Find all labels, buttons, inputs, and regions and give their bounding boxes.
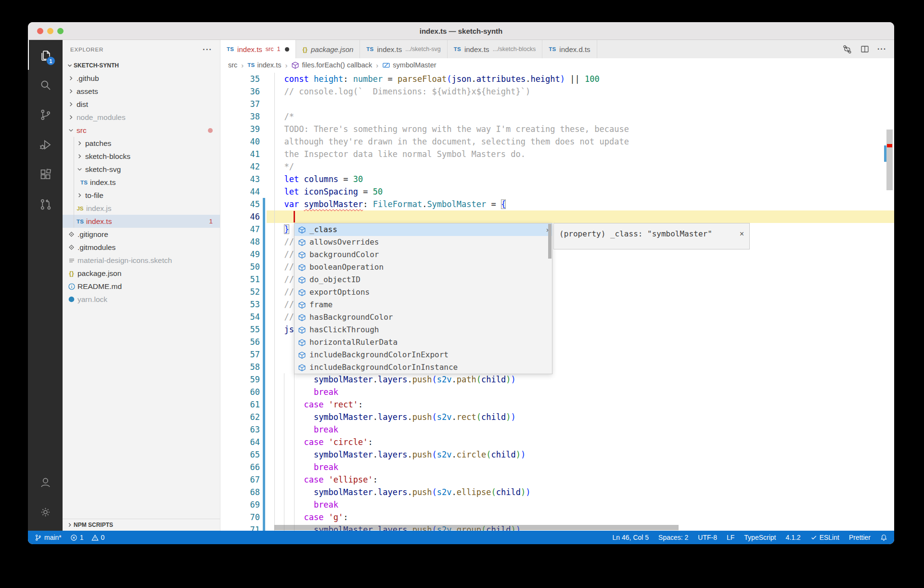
activity-item-extensions[interactable]: [28, 159, 63, 189]
minimize-button[interactable]: [47, 28, 53, 34]
suggestion-_class[interactable]: _class›: [295, 223, 552, 236]
code-line-63[interactable]: 63 break: [220, 423, 894, 436]
code-line-38[interactable]: 38 /*: [220, 110, 894, 123]
code-line-67[interactable]: 67 case 'ellipse':: [220, 473, 894, 486]
suggestion-includeBackgroundColorInExport[interactable]: includeBackgroundColorInExport: [295, 349, 552, 361]
code-line-59[interactable]: 59 symbolMaster.layers.push(s2v.path(chi…: [220, 373, 894, 386]
code-line-62[interactable]: 62 symbolMaster.layers.push(s2v.rect(chi…: [220, 411, 894, 423]
tree-folder-assets[interactable]: assets: [63, 85, 220, 98]
more-actions-button[interactable]: ···: [877, 45, 886, 53]
line-number: 66: [220, 461, 260, 473]
status-prettier[interactable]: Prettier: [849, 534, 871, 541]
suggestion-backgroundColor[interactable]: backgroundColor: [295, 248, 552, 261]
code-line-45[interactable]: 45 var symbolMaster: FileFormat.SymbolMa…: [220, 198, 894, 210]
tree-folder-to-file[interactable]: to-file: [63, 189, 220, 202]
tree-folder-.github[interactable]: .github: [63, 72, 220, 85]
close-button[interactable]: [37, 28, 43, 34]
tree-file-.gitignore[interactable]: .gitignore: [63, 228, 220, 241]
status-notifications[interactable]: [880, 534, 887, 541]
more-actions-icon[interactable]: ···: [203, 45, 212, 54]
code-line-40[interactable]: 40 although they're drawn in the documen…: [220, 135, 894, 148]
status-eol[interactable]: LF: [727, 534, 734, 541]
activity-item-explorer[interactable]: 1: [28, 40, 63, 70]
suggestion-allowsOverrides[interactable]: allowsOverrides: [295, 236, 552, 248]
breadcrumb-item-files-forEach-callback[interactable]: files.forEach() callback: [291, 61, 372, 69]
activity-item-account[interactable]: [28, 467, 63, 497]
status-encoding[interactable]: UTF-8: [698, 534, 717, 541]
code-line-42[interactable]: 42 */: [220, 160, 894, 173]
tree-folder-patches[interactable]: patches: [63, 137, 220, 150]
code-line-41[interactable]: 41 the Inspector data like normal Symbol…: [220, 148, 894, 160]
explorer-header: EXPLORER ···: [63, 40, 220, 59]
tree-folder-sketch-svg[interactable]: sketch-svg: [63, 163, 220, 176]
breadcrumb-item-src[interactable]: src: [228, 61, 237, 69]
suggestion-horizontalRulerData[interactable]: horizontalRulerData: [295, 336, 552, 349]
code-line-35[interactable]: 35 const height: number = parseFloat(jso…: [220, 73, 894, 85]
code-line-37[interactable]: 37: [220, 98, 894, 110]
tree-folder-src[interactable]: src: [63, 124, 220, 137]
tab-index-ts[interactable]: TSindex.tssrc1: [220, 40, 296, 58]
suggestion-exportOptions[interactable]: exportOptions: [295, 286, 552, 299]
code-line-39[interactable]: 39 TODO: There's something wrong with th…: [220, 123, 894, 135]
status-cursor-position[interactable]: Ln 46, Col 5: [613, 534, 649, 541]
tree-file-.gitmodules[interactable]: .gitmodules: [63, 241, 220, 254]
tree-file-yarn.lock[interactable]: yarn.lock: [63, 293, 220, 306]
horizontal-scrollbar[interactable]: [274, 525, 679, 530]
tree-file-index.js[interactable]: JSindex.js: [63, 202, 220, 215]
activity-item-source-control[interactable]: [28, 100, 63, 130]
yarn-file-icon: [68, 296, 75, 303]
code-line-36[interactable]: 36 // console.log(` Dimensions: ${width}…: [220, 85, 894, 98]
tab-package-json[interactable]: {}package.json: [296, 40, 360, 58]
code-line-65[interactable]: 65 symbolMaster.layers.push(s2v.circle(c…: [220, 448, 894, 461]
code-line-66[interactable]: 66 break: [220, 461, 894, 473]
status-indentation[interactable]: Spaces: 2: [658, 534, 688, 541]
code-editor[interactable]: 35 const height: number = parseFloat(jso…: [220, 72, 894, 531]
breadcrumb-item-index-ts[interactable]: TSindex.ts: [247, 61, 281, 69]
code-line-69[interactable]: 69 break: [220, 498, 894, 511]
tree-file-README.md[interactable]: README.md: [63, 280, 220, 293]
status-language-mode[interactable]: TypeScript: [744, 534, 776, 541]
code-line-70[interactable]: 70 case 'g':: [220, 511, 894, 523]
tree-file-package.json[interactable]: {}package.json: [63, 267, 220, 280]
tree-folder-sketch-blocks[interactable]: sketch-blocks: [63, 150, 220, 163]
tab-index-ts[interactable]: TSindex.ts.../sketch-blocks: [448, 40, 542, 58]
activity-item-search[interactable]: [28, 70, 63, 100]
tree-file-index.ts[interactable]: TSindex.ts: [63, 176, 220, 189]
activity-item-settings[interactable]: [28, 497, 63, 527]
activity-item-pull-requests[interactable]: [28, 189, 63, 219]
code-line-46[interactable]: 46: [220, 210, 894, 223]
tab-index-d-ts[interactable]: TSindex.d.ts: [542, 40, 597, 58]
tab-index-ts[interactable]: TSindex.ts.../sketch-svg: [360, 40, 447, 58]
vertical-scrollbar[interactable]: [886, 130, 893, 190]
zoom-button[interactable]: [57, 28, 64, 34]
status-branch[interactable]: main*: [35, 534, 62, 541]
code-line-61[interactable]: 61 case 'rect':: [220, 398, 894, 411]
code-line-64[interactable]: 64 case 'circle':: [220, 436, 894, 448]
suggestion-includeBackgroundColorInInstance[interactable]: includeBackgroundColorInInstance: [295, 361, 552, 374]
breadcrumb-item-symbolMaster[interactable]: symbolMaster: [382, 61, 436, 69]
suggestion-hasClickThrough[interactable]: hasClickThrough: [295, 324, 552, 336]
project-section-header[interactable]: SKETCH-SYNTH: [63, 59, 220, 72]
suggestion-hasBackgroundColor[interactable]: hasBackgroundColor: [295, 311, 552, 324]
npm-scripts-section-header[interactable]: NPM SCRIPTS: [63, 519, 220, 531]
tree-file-material-design-icons.sketch[interactable]: material-design-icons.sketch: [63, 254, 220, 267]
suggestion-do_objectID[interactable]: do_objectID: [295, 274, 552, 286]
split-editor-button[interactable]: [860, 44, 870, 54]
code-line-43[interactable]: 43 let columns = 30: [220, 173, 894, 185]
status-problems[interactable]: 10: [70, 534, 105, 541]
activity-item-run-debug[interactable]: [28, 130, 63, 159]
suggestion-frame[interactable]: frame: [295, 299, 552, 311]
tree-folder-dist[interactable]: dist: [63, 98, 220, 111]
popup-scrollbar[interactable]: [548, 224, 552, 259]
code-line-68[interactable]: 68 symbolMaster.layers.push(s2v.ellipse(…: [220, 486, 894, 498]
code-line-60[interactable]: 60 break: [220, 386, 894, 398]
tree-folder-node_modules[interactable]: node_modules: [63, 111, 220, 124]
search-icon: [39, 78, 52, 91]
tree-file-index.ts[interactable]: TSindex.ts1: [63, 215, 220, 228]
status-ts-version[interactable]: 4.1.2: [785, 534, 800, 541]
code-line-44[interactable]: 44 let iconSpacing = 50: [220, 185, 894, 198]
close-icon[interactable]: ×: [740, 228, 744, 240]
suggestion-booleanOperation[interactable]: booleanOperation: [295, 261, 552, 274]
open-changes-button[interactable]: [842, 44, 852, 54]
status-eslint[interactable]: ESLint: [810, 534, 839, 541]
